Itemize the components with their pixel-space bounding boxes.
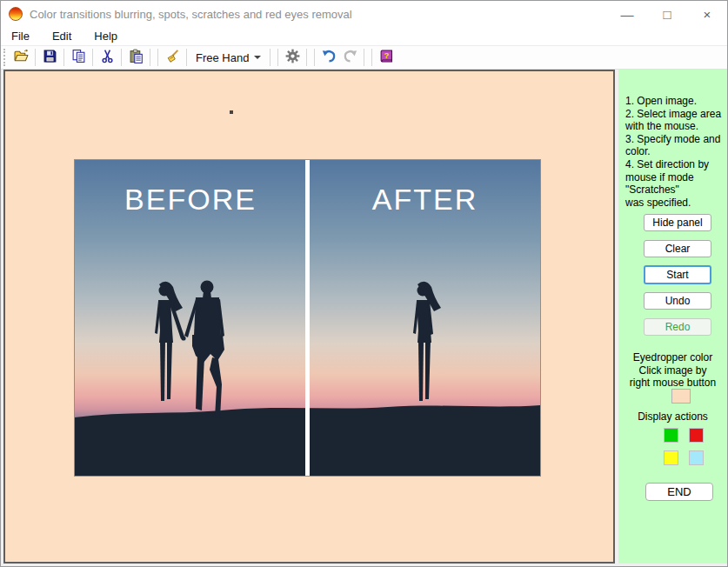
title-bar: Color transitions blurring, spots, scrat… — [1, 1, 727, 27]
end-button[interactable]: END — [645, 483, 713, 501]
scissors-icon — [100, 49, 115, 67]
cut-button[interactable] — [97, 47, 117, 68]
instructions-text: 1. Open image. 2. Select image area with… — [625, 95, 725, 209]
instruction-line: 1. Open image. — [625, 95, 725, 108]
eyedropper-label-line: right mouse button — [618, 377, 727, 390]
toolbar: Free Hand — [1, 45, 727, 70]
menu-bar: File Edit Help — [1, 27, 727, 45]
eyedropper-label: Eyedropper color Click image by right mo… — [618, 351, 727, 390]
eyedropper-label-line: Click image by — [618, 364, 727, 377]
image-canvas[interactable]: BEFORE AFTER — [3, 70, 615, 564]
instruction-line: "Scratches" — [625, 183, 725, 197]
copy-icon — [71, 49, 86, 67]
save-floppy-icon — [43, 49, 57, 67]
eyedropper-color-swatch[interactable] — [671, 389, 691, 404]
paste-clipboard-icon — [129, 49, 144, 67]
minimize-button[interactable]: — — [607, 1, 647, 27]
action-color-red[interactable] — [689, 428, 704, 443]
toolbar-separator — [92, 49, 93, 66]
instruction-line: 4. Set direction by — [625, 158, 725, 171]
display-actions-label: Display actions — [618, 410, 727, 423]
instruction-line: 2. Select image area — [625, 108, 725, 121]
toolbar-separator — [371, 49, 372, 66]
copy-button[interactable] — [68, 47, 89, 68]
save-button[interactable] — [39, 47, 60, 68]
toolbar-separator — [270, 49, 270, 66]
open-folder-icon — [14, 49, 29, 67]
help-book-icon: ? — [379, 49, 394, 67]
instruction-line: 3. Specify mode and — [625, 133, 725, 146]
clear-button[interactable]: Clear — [644, 240, 711, 257]
svg-text:?: ? — [384, 50, 390, 60]
toolbar-separator — [277, 49, 278, 66]
toolbar-separator — [35, 49, 36, 66]
app-window: Color transitions blurring, spots, scrat… — [0, 0, 728, 567]
gear-icon — [285, 49, 300, 67]
paste-button[interactable] — [125, 47, 146, 68]
after-label: AFTER — [310, 183, 540, 217]
help-button[interactable]: ? — [376, 47, 397, 68]
menu-edit[interactable]: Edit — [52, 30, 71, 43]
open-file-button[interactable] — [10, 47, 31, 68]
undo-arrow-icon — [322, 49, 337, 67]
brush-button[interactable] — [162, 47, 183, 68]
toolbar-separator — [121, 49, 122, 66]
before-label: BEFORE — [75, 183, 306, 217]
action-color-yellow[interactable] — [664, 450, 678, 465]
app-icon — [9, 7, 23, 21]
toolbar-separator — [63, 49, 64, 66]
instruction-line: with the mouse. — [625, 120, 725, 133]
window-controls: — □ × — [607, 1, 727, 27]
menu-file[interactable]: File — [11, 30, 30, 43]
main-area: BEFORE AFTER 1. Open image. 2. Select im… — [1, 70, 727, 566]
hide-panel-button[interactable]: Hide panel — [644, 214, 711, 231]
redo-arrow-icon — [343, 49, 357, 67]
settings-button[interactable] — [282, 47, 303, 68]
toolbar-separator — [150, 49, 150, 66]
action-color-cyan[interactable] — [689, 450, 704, 465]
toolbar-separator — [306, 49, 307, 66]
side-panel: 1. Open image. 2. Select image area with… — [618, 70, 727, 564]
undo-button[interactable] — [318, 47, 339, 68]
eyedropper-label-line: Eyedropper color — [618, 351, 727, 364]
close-button[interactable]: × — [687, 1, 727, 27]
start-button[interactable]: Start — [644, 265, 711, 284]
undo-panel-button[interactable]: Undo — [644, 292, 711, 310]
window-title: Color transitions blurring, spots, scrat… — [30, 8, 607, 21]
toolbar-separator — [364, 49, 364, 66]
maximize-button[interactable]: □ — [647, 1, 687, 27]
before-after-photo[interactable]: BEFORE AFTER — [74, 159, 541, 477]
mode-dropdown-value: Free Hand — [196, 51, 249, 64]
instruction-line: color. — [625, 145, 725, 158]
instruction-line: was specified. — [625, 197, 725, 210]
chevron-down-icon — [254, 56, 261, 59]
toolbar-gripper[interactable] — [3, 49, 7, 66]
mode-dropdown[interactable]: Free Hand — [190, 47, 266, 68]
redo-button[interactable] — [339, 47, 360, 68]
toolbar-separator — [157, 49, 158, 66]
toolbar-separator — [186, 49, 187, 66]
menu-help[interactable]: Help — [94, 30, 117, 43]
action-color-green[interactable] — [664, 428, 678, 443]
toolbar-separator — [314, 49, 315, 66]
broom-icon — [165, 49, 180, 67]
canvas-dot-artifact — [230, 110, 233, 114]
redo-panel-button[interactable]: Redo — [644, 318, 711, 336]
instruction-line: mouse if mode — [625, 171, 725, 184]
